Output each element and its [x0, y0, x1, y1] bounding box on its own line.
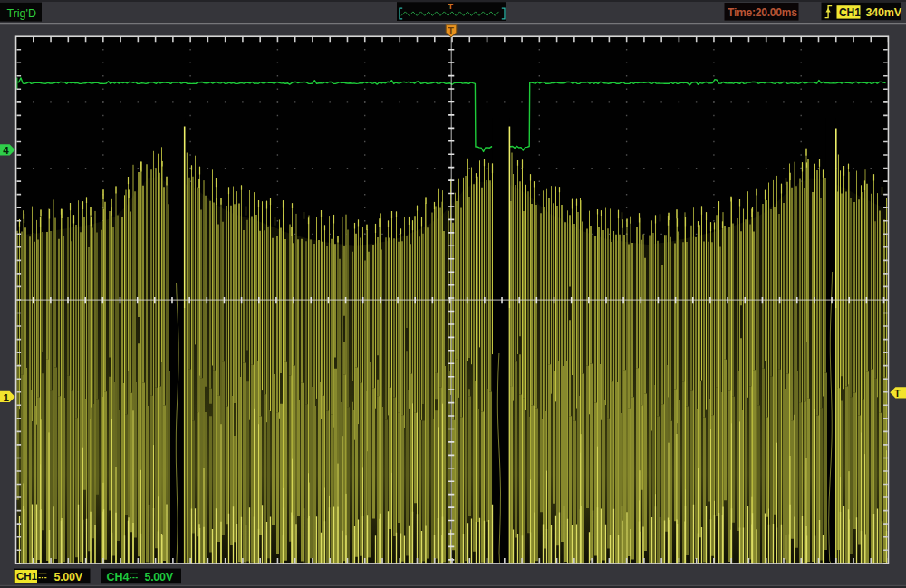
svg-text:T: T [448, 2, 453, 11]
svg-text:T: T [894, 388, 901, 399]
svg-text:1: 1 [4, 392, 10, 403]
svg-text:4: 4 [3, 145, 9, 156]
svg-text:T: T [448, 25, 455, 36]
svg-text:Time:20.00ms: Time:20.00ms [728, 6, 797, 19]
svg-text:340mV: 340mV [866, 6, 902, 19]
svg-text:CH4: CH4 [107, 571, 130, 583]
svg-text:5.00V: 5.00V [145, 571, 174, 583]
svg-text:5.00V: 5.00V [54, 571, 83, 583]
svg-text:Trig'D: Trig'D [7, 7, 36, 20]
svg-text:CH1: CH1 [16, 571, 38, 582]
svg-text:CH1: CH1 [839, 6, 861, 19]
